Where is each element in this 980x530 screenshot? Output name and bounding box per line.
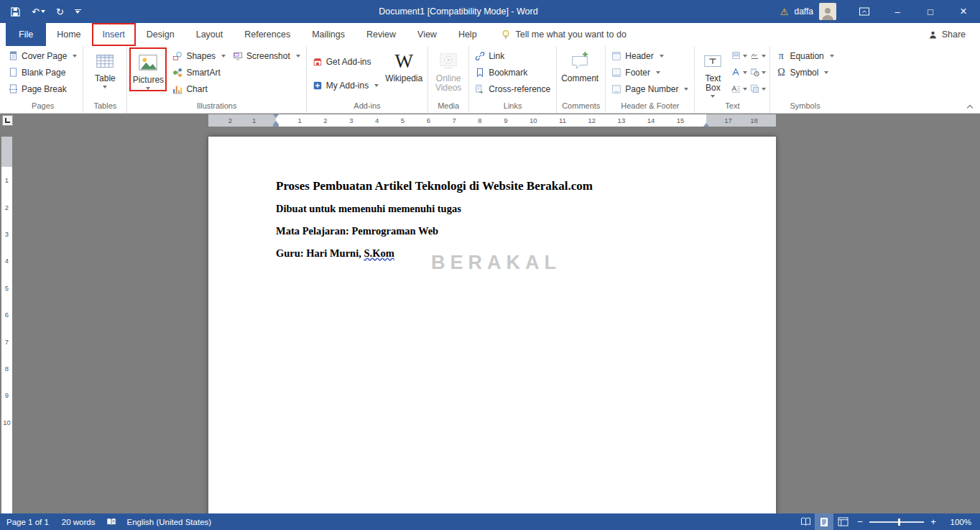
- get-addins-button[interactable]: Get Add-ins: [309, 53, 382, 70]
- first-line-indent-marker[interactable]: [273, 114, 279, 118]
- web-layout-button[interactable]: [833, 513, 852, 530]
- group-symbols-label: Symbols: [772, 101, 837, 113]
- warning-icon[interactable]: ⚠: [780, 6, 789, 17]
- pictures-dropdown-icon: [146, 87, 150, 90]
- pictures-button[interactable]: Pictures: [131, 49, 165, 90]
- doc-title-line[interactable]: Proses Pembuatan Artikel Teknologi di We…: [276, 178, 706, 194]
- date-time-button[interactable]: [749, 64, 767, 81]
- tab-help[interactable]: Help: [448, 23, 488, 46]
- tab-insert[interactable]: Insert: [92, 23, 136, 46]
- collapse-ribbon-button[interactable]: [967, 104, 973, 110]
- customize-qat-button[interactable]: [75, 9, 81, 14]
- link-icon: [475, 51, 485, 61]
- date-time-icon: [750, 68, 759, 77]
- minimize-button[interactable]: –: [881, 0, 914, 23]
- tab-mailings[interactable]: Mailings: [301, 23, 356, 46]
- tab-design[interactable]: Design: [136, 23, 185, 46]
- signature-line-button[interactable]: [749, 47, 767, 64]
- my-addins-button[interactable]: My Add-ins: [309, 77, 382, 93]
- left-indent-marker[interactable]: [273, 124, 279, 127]
- ruler-mark: 14: [647, 116, 655, 124]
- ruler-mark: 1: [252, 116, 256, 124]
- share-button[interactable]: Share: [928, 23, 980, 46]
- title-bar-right: ⚠ daffa – □ ×: [780, 0, 980, 23]
- avatar[interactable]: [819, 3, 836, 20]
- object-icon: [750, 84, 759, 93]
- footer-button[interactable]: Footer: [608, 64, 664, 81]
- ribbon-display-options-button[interactable]: [848, 0, 881, 23]
- shapes-button[interactable]: Shapes: [169, 47, 229, 64]
- close-button[interactable]: ×: [947, 0, 980, 23]
- tab-view[interactable]: View: [407, 23, 448, 46]
- page-number-icon: [611, 84, 621, 94]
- tab-references[interactable]: References: [234, 23, 301, 46]
- doc-line-4-prefix: Guru: Hari Murni,: [276, 247, 364, 259]
- horizontal-ruler: 21 123456789101112131415 1718: [208, 114, 776, 127]
- group-illustrations-content: Pictures Shapes SmartArt Cha: [129, 47, 303, 101]
- user-name[interactable]: daffa: [795, 6, 813, 17]
- print-layout-button[interactable]: [815, 513, 833, 530]
- group-pages-label: Pages: [5, 101, 80, 113]
- read-mode-button[interactable]: [796, 513, 815, 530]
- table-label: Table: [95, 74, 116, 83]
- title-bar: ↶ ↻ Document1 [Compatibility Mode] - Wor…: [0, 0, 980, 23]
- tell-me-label: Tell me what you want to do: [516, 29, 627, 40]
- header-button[interactable]: Header: [608, 47, 667, 64]
- ruler-right-margin: 1718: [706, 114, 776, 127]
- table-button[interactable]: Table: [85, 47, 124, 88]
- screenshot-button[interactable]: Screenshot: [229, 47, 304, 64]
- customize-qat-icon: [75, 9, 81, 14]
- link-button[interactable]: Link: [471, 47, 508, 64]
- page-indicator[interactable]: Page 1 of 1: [0, 518, 55, 526]
- text-box-button[interactable]: Text Box: [697, 47, 729, 98]
- doc-line-2[interactable]: Dibuat untuk memenuhi memenuhi tugas: [276, 202, 706, 216]
- ruler-mark: 1: [1, 167, 12, 193]
- zoom-slider[interactable]: [869, 521, 924, 523]
- tab-layout[interactable]: Layout: [185, 23, 234, 46]
- equation-button[interactable]: π Equation: [772, 47, 837, 64]
- tell-me-search[interactable]: Tell me what you want to do: [501, 23, 627, 46]
- quick-parts-button[interactable]: [730, 47, 749, 64]
- document-page[interactable]: Proses Pembuatan Artikel Teknologi di We…: [208, 137, 776, 513]
- zoom-level[interactable]: 100%: [941, 518, 971, 526]
- object-button[interactable]: [749, 81, 767, 97]
- wordart-button[interactable]: [730, 64, 749, 81]
- page-break-button[interactable]: Page Break: [5, 81, 70, 97]
- online-videos-button[interactable]: Online Videos: [430, 47, 466, 93]
- group-text-content: Text Box: [697, 47, 767, 101]
- tab-review[interactable]: Review: [356, 23, 407, 46]
- drop-cap-button[interactable]: [730, 81, 749, 97]
- page-number-button[interactable]: Page Number: [608, 81, 692, 97]
- word-count[interactable]: 20 words: [55, 518, 102, 526]
- comment-button[interactable]: Comment: [559, 47, 601, 83]
- blank-page-button[interactable]: Blank Page: [5, 64, 69, 81]
- header-label: Header: [625, 51, 653, 61]
- shapes-label: Shapes: [186, 51, 216, 61]
- my-addins-icon: [313, 81, 323, 91]
- proofing-status-button[interactable]: [102, 517, 121, 526]
- symbol-button[interactable]: Ω Symbol: [772, 64, 832, 81]
- my-addins-label: My Add-ins: [326, 81, 369, 91]
- chart-button[interactable]: Chart: [169, 81, 229, 97]
- bookmark-button[interactable]: Bookmark: [471, 64, 531, 81]
- language-indicator[interactable]: English (United States): [121, 518, 218, 526]
- wikipedia-button[interactable]: W Wikipedia: [382, 47, 425, 83]
- cover-page-button[interactable]: Cover Page: [5, 47, 80, 64]
- zoom-out-button[interactable]: −: [852, 516, 868, 527]
- bookmark-icon: [475, 68, 485, 78]
- smartart-button[interactable]: SmartArt: [169, 64, 229, 81]
- group-symbols: π Equation Ω Symbol Symbols: [770, 46, 839, 113]
- watermark: BERAKAL: [431, 252, 561, 274]
- tab-stop-selector[interactable]: [2, 115, 13, 126]
- undo-button[interactable]: ↶: [32, 6, 45, 17]
- tab-home[interactable]: Home: [46, 23, 91, 46]
- ruler-mark: 15: [677, 116, 685, 124]
- tab-file[interactable]: File: [6, 23, 46, 46]
- zoom-in-button[interactable]: +: [925, 516, 941, 527]
- doc-line-3[interactable]: Mata Pelajaran: Pemrograman Web: [276, 224, 706, 238]
- save-button[interactable]: [10, 6, 21, 17]
- maximize-button[interactable]: □: [914, 0, 947, 23]
- redo-button[interactable]: ↻: [56, 6, 64, 17]
- zoom-slider-thumb[interactable]: [898, 518, 900, 526]
- cross-reference-button[interactable]: Cross-reference: [471, 81, 554, 97]
